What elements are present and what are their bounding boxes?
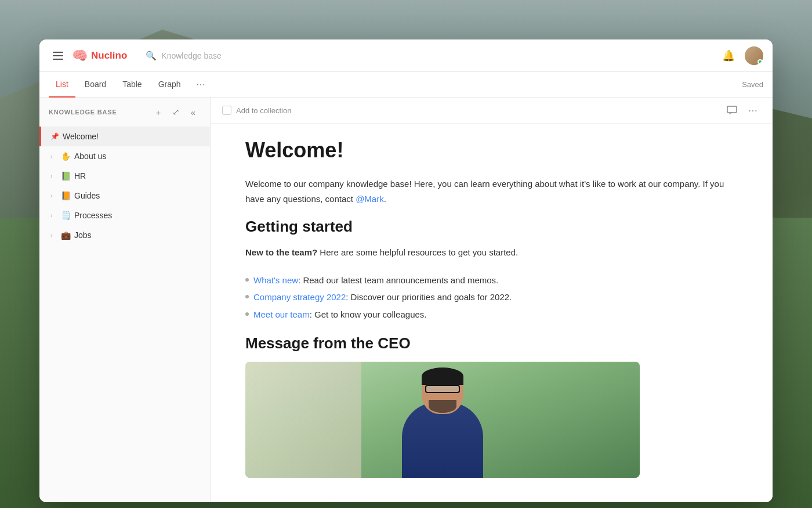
- sidebar-add-button[interactable]: +: [151, 105, 166, 120]
- bullet-dot: [245, 278, 249, 282]
- sidebar-item-label: Processes: [74, 211, 189, 220]
- sidebar-item-jobs[interactable]: › 💼 Jobs □: [39, 225, 210, 245]
- person-glasses: [425, 385, 460, 393]
- sidebar-item-label: HR: [74, 171, 189, 181]
- sidebar-list: 📌 Welcome! □ › ✋ About us □ › 📗 HR □: [39, 127, 210, 502]
- bullet-dot: [245, 312, 249, 316]
- sidebar-item-label: Welcome!: [63, 132, 189, 141]
- list-item: What's new: Read our latest team announc…: [245, 272, 738, 289]
- logo-text: Nuclino: [91, 50, 127, 62]
- notifications-button[interactable]: 🔔: [719, 46, 738, 65]
- search-bar[interactable]: 🔍 Knowledge base: [139, 47, 719, 64]
- sidebar-header: KNOWLEDGE BASE + ⤢ «: [39, 98, 210, 127]
- list-item-content: Meet our team: Get to know your colleagu…: [253, 307, 427, 322]
- ceo-video[interactable]: [245, 362, 640, 478]
- list-item-rest: : Get to know your colleagues.: [310, 309, 427, 319]
- list-item: Company strategy 2022: Discover our prio…: [245, 289, 738, 306]
- resources-list: What's new: Read our latest team announc…: [245, 272, 738, 323]
- svg-rect-0: [727, 106, 737, 113]
- whats-new-link[interactable]: What's new: [253, 275, 298, 285]
- list-item-content: What's new: Read our latest team announc…: [253, 273, 498, 288]
- sidebar-title: KNOWLEDGE BASE: [49, 109, 146, 116]
- add-collection-checkbox[interactable]: [222, 106, 231, 115]
- list-item: Meet our team: Get to know your colleagu…: [245, 306, 738, 323]
- new-to-team-text: Here are some helpful resources to get y…: [317, 247, 518, 257]
- person-head: [422, 368, 463, 414]
- intro-paragraph: Welcome to our company knowledge base! H…: [245, 176, 738, 206]
- new-to-team-label: New to the team?: [245, 247, 317, 257]
- sidebar: KNOWLEDGE BASE + ⤢ « 📌 Welcome! □ › ✋: [39, 98, 211, 502]
- menu-button[interactable]: [49, 46, 67, 65]
- sidebar-expand-button[interactable]: ⤢: [168, 105, 183, 120]
- meet-team-link[interactable]: Meet our team: [253, 309, 310, 319]
- person-figure: [402, 402, 483, 478]
- chevron-icon: ›: [50, 193, 60, 199]
- logo-icon: 🧠: [72, 48, 88, 63]
- chevron-icon: ›: [50, 173, 60, 179]
- intro-text: Welcome to our company knowledge base! H…: [245, 179, 724, 204]
- sidebar-item-guides[interactable]: › 📙 Guides □: [39, 186, 210, 206]
- comment-icon: [727, 106, 737, 115]
- list-item-rest: : Discover our priorities and goals for …: [346, 292, 512, 302]
- item-emoji: 📗: [61, 171, 71, 181]
- sidebar-item-label: Jobs: [74, 230, 189, 240]
- building-bg: [245, 362, 361, 478]
- bullet-dot: [245, 295, 249, 298]
- contact-link[interactable]: @Mark: [356, 194, 384, 204]
- content-scroll[interactable]: Welcome! Welcome to our company knowledg…: [211, 124, 773, 502]
- person-beard: [429, 400, 456, 413]
- sidebar-item-processes[interactable]: › 🗒️ Processes □: [39, 206, 210, 225]
- chevron-icon: ›: [50, 212, 60, 219]
- getting-started-heading: Getting started: [245, 218, 738, 236]
- sidebar-item-welcome[interactable]: 📌 Welcome! □: [39, 127, 210, 146]
- item-emoji: 💼: [61, 230, 71, 240]
- add-collection-label[interactable]: Add to collection: [236, 106, 291, 115]
- item-emoji: 📙: [61, 191, 71, 200]
- more-options-button[interactable]: ⋯: [745, 102, 761, 118]
- app-window: 🧠 Nuclino 🔍 Knowledge base 🔔 List Board …: [39, 39, 773, 502]
- tabs-more-button[interactable]: ⋯: [193, 77, 209, 93]
- ceo-message-heading: Message from the CEO: [245, 334, 738, 352]
- sidebar-item-hr[interactable]: › 📗 HR □: [39, 166, 210, 186]
- header: 🧠 Nuclino 🔍 Knowledge base 🔔: [39, 39, 773, 72]
- page-title: Welcome!: [245, 138, 738, 163]
- logo[interactable]: 🧠 Nuclino: [72, 48, 127, 63]
- sidebar-actions: + ⤢ «: [151, 105, 201, 120]
- intro-end: .: [384, 194, 386, 204]
- pin-icon: 📌: [50, 132, 59, 140]
- tab-graph[interactable]: Graph: [151, 72, 188, 98]
- online-indicator: [757, 59, 763, 64]
- item-emoji: ✋: [61, 152, 71, 161]
- sidebar-item-about-us[interactable]: › ✋ About us □: [39, 146, 210, 166]
- sidebar-item-label: Guides: [74, 191, 189, 200]
- tabs-bar: List Board Table Graph ⋯ Saved: [39, 72, 773, 98]
- chevron-icon: ›: [50, 232, 60, 239]
- company-strategy-link[interactable]: Company strategy 2022: [253, 292, 346, 302]
- comments-button[interactable]: [724, 102, 740, 118]
- content-toolbar: Add to collection ⋯: [211, 98, 773, 124]
- hamburger-icon: [53, 52, 63, 60]
- chevron-icon: ›: [50, 153, 60, 160]
- item-emoji: 🗒️: [61, 211, 71, 220]
- list-item-rest: : Read our latest team announcements and…: [298, 275, 498, 285]
- content-toolbar-right: ⋯: [724, 102, 761, 118]
- tab-table[interactable]: Table: [115, 72, 148, 98]
- user-avatar[interactable]: [745, 46, 763, 65]
- main-content: KNOWLEDGE BASE + ⤢ « 📌 Welcome! □ › ✋: [39, 98, 773, 502]
- tab-board[interactable]: Board: [78, 72, 113, 98]
- tab-list[interactable]: List: [49, 72, 75, 98]
- person-hair: [422, 368, 463, 385]
- saved-status: Saved: [742, 80, 763, 89]
- content-area: Add to collection ⋯ Welcome! Welcome to …: [211, 98, 773, 502]
- search-icon: 🔍: [146, 51, 157, 61]
- new-to-team-para: New to the team? Here are some helpful r…: [245, 245, 738, 260]
- sidebar-collapse-button[interactable]: «: [186, 105, 201, 120]
- header-actions: 🔔: [719, 46, 763, 65]
- search-placeholder-text: Knowledge base: [161, 51, 222, 60]
- list-item-content: Company strategy 2022: Discover our prio…: [253, 290, 512, 305]
- sidebar-item-label: About us: [74, 152, 189, 161]
